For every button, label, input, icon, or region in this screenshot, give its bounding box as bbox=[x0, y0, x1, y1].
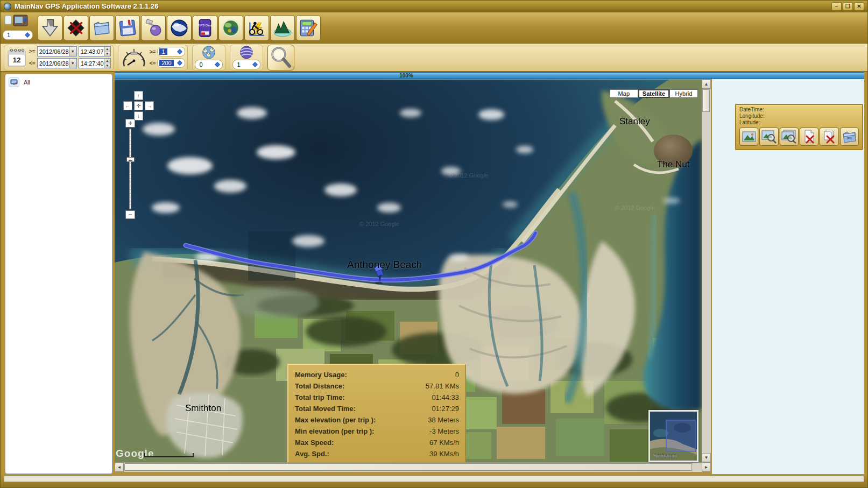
title-bar: MainNav GPS Application Software 2.1.1.2… bbox=[1, 1, 867, 12]
map-viewport[interactable]: © 2012 Google © 2012 Google © 2012 Googl… bbox=[115, 80, 711, 462]
date-from-operator: >= bbox=[29, 48, 36, 54]
map-horizontal-scrollbar[interactable]: ◄ ► bbox=[115, 463, 711, 472]
date-from-drop-icon[interactable]: ▼ bbox=[69, 47, 76, 56]
export-photos-button[interactable]: JPG bbox=[840, 128, 859, 146]
pan-up-button[interactable]: ↑ bbox=[134, 91, 143, 100]
stat-row: Memory Usage:0 bbox=[295, 369, 459, 380]
device-number-select[interactable]: 1 bbox=[3, 30, 33, 40]
zoom-photo-button[interactable] bbox=[759, 128, 778, 146]
map-pan-control: ↑ ← ✛ → ↓ bbox=[123, 91, 154, 122]
zoom-slider-thumb[interactable]: ▬ bbox=[126, 157, 135, 162]
longitude-label: Longitude: bbox=[739, 113, 859, 119]
dropdown-diamond-icon bbox=[214, 61, 221, 68]
photo-offset-select[interactable]: 0 bbox=[195, 60, 223, 69]
speed-chart-button[interactable] bbox=[244, 15, 269, 41]
map-vertical-scrollbar[interactable]: ▲ ▼ bbox=[702, 80, 711, 462]
pan-left-button[interactable]: ← bbox=[123, 101, 132, 110]
device-selector-group: 1 bbox=[3, 15, 34, 41]
elevation-mountains-icon bbox=[272, 18, 293, 38]
calendar-icon: 12 bbox=[6, 47, 27, 68]
speed-max-select[interactable]: 200 bbox=[157, 58, 185, 68]
map-type-satellite-button[interactable]: Satellite bbox=[638, 89, 669, 98]
photos-zoom-icon bbox=[781, 130, 797, 144]
export-folder-icon: JPG bbox=[842, 130, 857, 144]
overview-minimap[interactable]: Smithton bbox=[648, 410, 698, 462]
speed-filter-group: >= 1 <= 200 bbox=[118, 45, 188, 70]
status-bar bbox=[1, 474, 867, 487]
view-photo-button[interactable] bbox=[739, 128, 758, 146]
calculator-icon bbox=[298, 18, 319, 38]
hscroll-thumb[interactable] bbox=[124, 463, 692, 471]
track-item-label: All bbox=[24, 79, 30, 86]
calculator-button[interactable] bbox=[296, 15, 321, 41]
pan-center-button[interactable]: ✛ bbox=[134, 101, 143, 110]
photo-tools-panel: DateTime: Longitude: Latitude: bbox=[712, 79, 864, 474]
dropdown-diamond-icon bbox=[177, 48, 183, 55]
minimap-label-smithton: Smithton bbox=[653, 452, 676, 459]
gps-data-device-icon: GPS Data bbox=[195, 18, 215, 38]
app-window: MainNav GPS Application Software 2.1.1.2… bbox=[0, 0, 868, 488]
scroll-up-arrow[interactable]: ▲ bbox=[702, 80, 711, 89]
time-to-input[interactable]: 14:27:40 ▲▼ bbox=[79, 58, 111, 68]
minimap-viewport[interactable] bbox=[666, 420, 695, 451]
pan-right-button[interactable]: → bbox=[145, 101, 154, 110]
date-from-select[interactable]: 2012/06/28 ▼ bbox=[37, 46, 77, 56]
photo-interval-select[interactable]: 1 bbox=[232, 60, 260, 69]
scroll-right-arrow[interactable]: ► bbox=[702, 463, 711, 472]
stat-row: Max elevation (per trip ):38 Meters bbox=[295, 414, 459, 426]
folder-icon bbox=[91, 18, 112, 38]
scroll-left-arrow[interactable]: ◄ bbox=[115, 463, 124, 472]
map-watermark: © 2012 Google bbox=[359, 221, 399, 227]
save-file-button[interactable] bbox=[115, 15, 140, 41]
zoom-slider[interactable]: ▬ bbox=[129, 129, 131, 209]
gps-data-button[interactable]: GPS Data bbox=[193, 15, 217, 41]
globe-bands-icon bbox=[237, 46, 256, 59]
download-tracks-button[interactable] bbox=[38, 15, 62, 41]
speed-max-operator: <= bbox=[150, 60, 156, 66]
waypoint-tool-button[interactable] bbox=[141, 15, 166, 41]
map-watermark: © 2012 Google bbox=[615, 204, 655, 211]
speed-max-value: 200 bbox=[159, 60, 173, 66]
date-to-drop-icon[interactable]: ▼ bbox=[69, 59, 76, 68]
restore-button[interactable]: ❐ bbox=[843, 2, 853, 11]
track-list-item-all[interactable]: All bbox=[9, 77, 109, 87]
place-label-the-nut: The Nut bbox=[657, 159, 689, 170]
elevation-chart-button[interactable] bbox=[270, 15, 295, 41]
stat-row: Min elevation (per trip ):-3 Meters bbox=[295, 426, 459, 437]
photo-globe-button[interactable] bbox=[218, 15, 243, 41]
zoom-all-photos-button[interactable] bbox=[780, 128, 799, 146]
speed-min-select[interactable]: 1 bbox=[157, 47, 185, 56]
map-watermark: © 2012 Google bbox=[448, 172, 488, 179]
close-button[interactable]: ✕ bbox=[854, 2, 864, 11]
scroll-down-arrow[interactable]: ▼ bbox=[702, 453, 711, 462]
time-to-spinner[interactable]: ▲▼ bbox=[104, 59, 110, 68]
svg-text:GPS Data: GPS Data bbox=[198, 23, 213, 26]
google-earth-button[interactable] bbox=[167, 15, 192, 41]
map-type-hybrid-button[interactable]: Hybrid bbox=[669, 89, 698, 98]
download-arrow-icon bbox=[40, 18, 60, 38]
photo-globe-icon bbox=[221, 18, 241, 38]
progress-value: 100% bbox=[379, 73, 433, 79]
erase-tracks-button[interactable] bbox=[63, 15, 88, 41]
latitude-label: Latitude: bbox=[739, 119, 859, 126]
time-from-input[interactable]: 12:43:07 ▲▼ bbox=[79, 46, 111, 56]
photo-info-panel: DateTime: Longitude: Latitude: bbox=[735, 104, 863, 150]
speedometer-icon bbox=[121, 46, 147, 69]
filter-toolbar: 12 >= 2012/06/28 ▼ 12:43:07 ▲▼ <= bbox=[1, 44, 867, 72]
track-list-sidebar: All bbox=[5, 74, 112, 474]
purple-ball-tool-icon bbox=[143, 18, 164, 38]
minimize-button[interactable]: – bbox=[831, 2, 842, 11]
search-button[interactable] bbox=[267, 45, 294, 70]
vscroll-thumb[interactable] bbox=[702, 89, 710, 112]
device-number-value: 1 bbox=[7, 32, 10, 38]
map-type-map-button[interactable]: Map bbox=[610, 89, 638, 98]
delete-photo-button[interactable] bbox=[800, 128, 818, 146]
photo-offset-value: 0 bbox=[197, 61, 204, 68]
zoom-out-button[interactable]: − bbox=[125, 210, 135, 219]
zoom-in-button[interactable]: + bbox=[125, 119, 135, 128]
time-from-spinner[interactable]: ▲▼ bbox=[104, 47, 110, 56]
date-to-select[interactable]: 2012/06/28 ▼ bbox=[37, 58, 77, 68]
place-label-stanley: Stanley bbox=[619, 116, 650, 127]
open-file-button[interactable] bbox=[89, 15, 114, 41]
delete-all-photos-button[interactable] bbox=[820, 128, 838, 146]
